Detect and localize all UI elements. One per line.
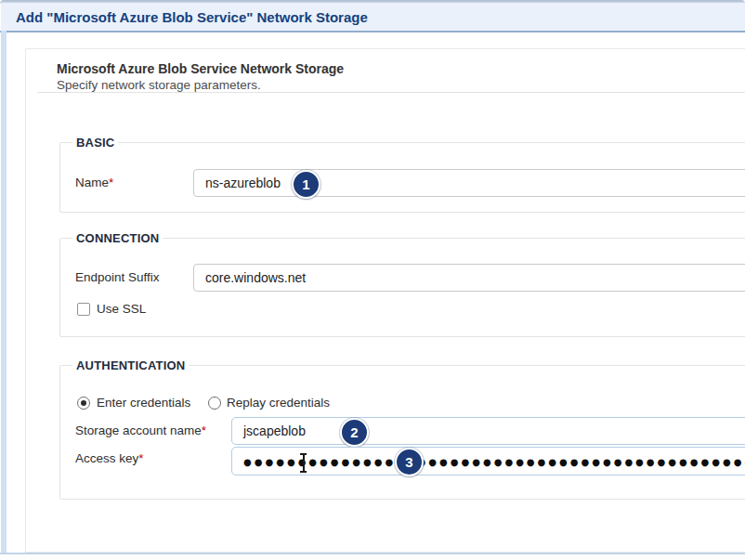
form-subheading: Specify network storage parameters. (57, 78, 261, 92)
dialog-titlebar: Add "Microsoft Azure Blob Service" Netwo… (1, 3, 745, 31)
storage-account-name-label: Storage account name* (75, 423, 206, 437)
enter-credentials-label[interactable]: Enter credentials (97, 396, 190, 410)
below-dialog-area (0, 554, 745, 560)
text-cursor-ibeam (299, 452, 307, 473)
endpoint-suffix-label: Endpoint Suffix (75, 270, 160, 284)
access-key-label: Access key* (75, 451, 144, 465)
heading-divider (37, 92, 745, 93)
add-network-storage-dialog: Add "Microsoft Azure Blob Service" Netwo… (0, 0, 745, 560)
required-asterisk: * (109, 176, 113, 189)
step-badge-1: 1 (292, 170, 320, 199)
titlebar-underline (0, 31, 745, 33)
step-badge-2: 2 (340, 418, 369, 447)
basic-legend: BASIC (72, 136, 118, 150)
form-heading: Microsoft Azure Blob Service Network Sto… (57, 61, 344, 76)
form-panel: Microsoft Azure Blob Service Network Sto… (25, 48, 745, 553)
replay-credentials-label[interactable]: Replay credentials (227, 396, 330, 410)
replay-credentials-radio[interactable] (208, 397, 221, 410)
required-asterisk: * (202, 423, 206, 437)
endpoint-suffix-input[interactable]: core.windows.net (193, 264, 745, 292)
step-badge-3: 3 (395, 448, 424, 476)
dialog-left-border (1, 31, 7, 553)
access-key-input[interactable]: ●●●●●●●●●●●●●●●●●●●●●●●●●●●●●●●●●●●●●●●●… (231, 447, 745, 475)
masked-password-dots: ●●●●●●●●●●●●●●●●●●●●●●●●●●●●●●●●●●●●●●●●… (243, 456, 745, 467)
authentication-legend: AUTHENTICATION (72, 358, 189, 372)
storage-account-name-input[interactable]: jscapeblob (231, 417, 745, 445)
use-ssl-checkbox[interactable] (77, 303, 90, 316)
radio-selected-dot (81, 400, 86, 406)
required-asterisk: * (138, 451, 143, 465)
use-ssl-label[interactable]: Use SSL (97, 302, 146, 316)
name-label: Name* (75, 176, 113, 189)
connection-legend: CONNECTION (72, 231, 163, 245)
name-input[interactable]: ns-azureblob (193, 169, 745, 197)
enter-credentials-radio[interactable] (77, 397, 90, 410)
dialog-title: Add "Microsoft Azure Blob Service" Netwo… (16, 9, 368, 25)
